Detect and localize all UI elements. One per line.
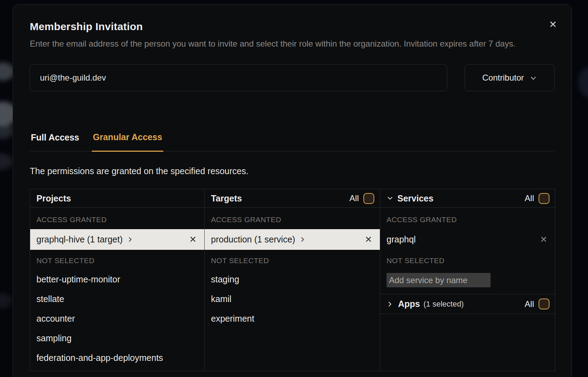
remove-target-icon[interactable]: ✕ bbox=[365, 235, 372, 244]
list-item-target[interactable]: experiment bbox=[205, 309, 380, 328]
list-item-project[interactable]: sampling bbox=[30, 328, 204, 348]
membership-invitation-modal: ✕ Membership Invitation Enter the email … bbox=[13, 4, 572, 377]
services-access-granted-label: ACCESS GRANTED bbox=[380, 208, 555, 229]
add-service-input[interactable] bbox=[387, 273, 491, 287]
projects-header-label: Projects bbox=[36, 193, 71, 204]
targets-granted-label-text: production (1 service) bbox=[211, 234, 295, 245]
list-item-target[interactable]: staging bbox=[205, 269, 380, 289]
services-all-label: All bbox=[525, 193, 534, 203]
apps-header-label: Apps bbox=[398, 299, 420, 309]
chevron-down-icon bbox=[387, 195, 394, 202]
targets-column: Targets All ACCESS GRANTED production (1… bbox=[205, 189, 380, 371]
services-header[interactable]: Services All bbox=[380, 189, 555, 208]
services-granted-row[interactable]: graphql ✕ bbox=[380, 229, 555, 250]
services-not-selected-label: NOT SELECTED bbox=[380, 250, 555, 269]
projects-not-selected-label: NOT SELECTED bbox=[30, 250, 204, 269]
remove-project-icon[interactable]: ✕ bbox=[189, 235, 197, 244]
projects-column: Projects ACCESS GRANTED graphql-hive (1 … bbox=[30, 189, 205, 371]
permissions-note: The permissions are granted on the speci… bbox=[30, 166, 555, 176]
tab-granular-access[interactable]: Granular Access bbox=[92, 130, 163, 152]
list-item-project[interactable]: stellate bbox=[30, 289, 204, 309]
projects-granted-label-text: graphql-hive (1 target) bbox=[36, 234, 123, 245]
targets-not-selected-label: NOT SELECTED bbox=[205, 250, 380, 269]
services-header-label: Services bbox=[397, 193, 433, 204]
invite-row: Contributor bbox=[30, 64, 555, 91]
page-title: Membership Invitation bbox=[30, 21, 555, 33]
projects-granted-row[interactable]: graphql-hive (1 target) ✕ bbox=[30, 229, 204, 250]
apps-all-checkbox[interactable] bbox=[539, 299, 549, 309]
projects-header: Projects bbox=[30, 189, 204, 208]
services-granted-label-text: graphql bbox=[387, 234, 416, 245]
projects-access-granted-label: ACCESS GRANTED bbox=[30, 208, 204, 229]
chevron-right-icon bbox=[300, 237, 306, 242]
access-tabs: Full Access Granular Access bbox=[30, 130, 555, 151]
email-field[interactable] bbox=[30, 64, 447, 91]
chevron-down-icon bbox=[529, 74, 537, 82]
list-item-project[interactable]: better-uptime-monitor bbox=[30, 269, 204, 289]
targets-granted-row[interactable]: production (1 service) ✕ bbox=[205, 229, 380, 250]
list-item-project[interactable]: federation-and-app-deployments bbox=[30, 348, 204, 368]
list-item-project[interactable]: accounter bbox=[30, 309, 204, 328]
chevron-right-icon bbox=[387, 301, 394, 308]
resources-table: Projects ACCESS GRANTED graphql-hive (1 … bbox=[30, 189, 555, 371]
chevron-right-icon bbox=[127, 237, 133, 242]
remove-service-icon[interactable]: ✕ bbox=[540, 235, 547, 244]
apps-all-label: All bbox=[525, 299, 534, 309]
targets-all-label: All bbox=[349, 193, 359, 203]
tab-full-access[interactable]: Full Access bbox=[30, 130, 80, 151]
targets-header: Targets All bbox=[205, 189, 380, 208]
list-item-target[interactable]: kamil bbox=[205, 289, 380, 309]
targets-all-checkbox[interactable] bbox=[363, 193, 374, 204]
services-column: Services All ACCESS GRANTED graphql ✕ NO… bbox=[380, 189, 555, 371]
role-select[interactable]: Contributor bbox=[465, 64, 555, 91]
close-icon[interactable]: ✕ bbox=[547, 19, 559, 30]
targets-header-label: Targets bbox=[211, 193, 242, 204]
targets-access-granted-label: ACCESS GRANTED bbox=[205, 208, 380, 229]
services-all-checkbox[interactable] bbox=[539, 193, 549, 204]
modal-description: Enter the email address of the person yo… bbox=[30, 37, 556, 50]
role-select-value: Contributor bbox=[482, 73, 524, 83]
apps-selected-count: (1 selected) bbox=[424, 300, 464, 309]
apps-section-row[interactable]: Apps (1 selected) All bbox=[380, 294, 555, 314]
